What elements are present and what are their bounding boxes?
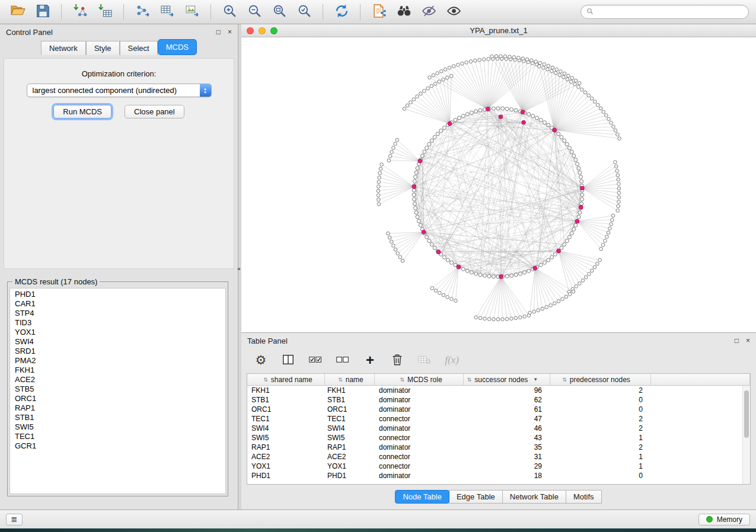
table-row[interactable]: SWI4SWI4dominator462 bbox=[247, 424, 742, 433]
window-zoom-light[interactable] bbox=[270, 27, 277, 34]
run-mcds-button[interactable]: Run MCDS bbox=[53, 105, 111, 118]
tab-style[interactable]: Style bbox=[86, 41, 120, 55]
mcds-result-item[interactable]: SRD1 bbox=[10, 347, 225, 356]
table-cell: ORC1 bbox=[325, 405, 375, 414]
table-row[interactable]: RAP1RAP1dominator352 bbox=[247, 443, 742, 452]
export-table-button[interactable] bbox=[157, 2, 178, 21]
mcds-result-item[interactable]: SWI5 bbox=[10, 422, 225, 432]
mcds-result-item[interactable]: STB1 bbox=[10, 413, 225, 422]
eye-icon bbox=[446, 4, 461, 20]
zoom-fit-button[interactable] bbox=[269, 2, 290, 21]
window-minimize-light[interactable] bbox=[259, 27, 266, 34]
table-row[interactable]: PHD1PHD1dominator180 bbox=[247, 471, 742, 480]
column-header-predecessor-nodes[interactable]: ⇅predecessor nodes bbox=[550, 374, 651, 385]
mcds-result-item[interactable]: GCR1 bbox=[10, 441, 225, 451]
optimization-criterion-select[interactable]: largest connected component (undirected)… bbox=[27, 84, 212, 97]
mcds-result-item[interactable]: CAR1 bbox=[10, 299, 225, 309]
column-header-shared-name[interactable]: ⇅shared name bbox=[247, 374, 325, 385]
optimization-criterion-label: Optimization criterion: bbox=[4, 69, 234, 78]
table-cell: 1 bbox=[550, 453, 651, 461]
mcds-result-item[interactable]: STP4 bbox=[10, 309, 225, 318]
table-row[interactable]: SWI5SWI5connector431 bbox=[247, 433, 742, 443]
table-scrollbar[interactable] bbox=[742, 386, 750, 484]
share-network-button[interactable] bbox=[132, 2, 153, 21]
table-cell: 2 bbox=[550, 443, 651, 451]
import-network-button[interactable] bbox=[69, 2, 91, 21]
sort-icon: ⇅ bbox=[400, 377, 404, 383]
delete-column-button[interactable] bbox=[390, 351, 405, 369]
add-column-button[interactable]: + bbox=[362, 351, 378, 369]
search-box[interactable] bbox=[580, 5, 749, 19]
table-row[interactable]: FKH1FKH1dominator962 bbox=[247, 386, 742, 395]
mcds-result-item[interactable]: ACE2 bbox=[10, 375, 225, 384]
zoom-in-button[interactable] bbox=[219, 2, 240, 21]
float-panel-icon[interactable]: □ bbox=[216, 28, 221, 36]
save-session-button[interactable] bbox=[32, 2, 53, 21]
show-graphics-details-button[interactable] bbox=[443, 2, 464, 21]
mcds-result-item[interactable]: TID3 bbox=[10, 318, 225, 328]
table-toolbar: ⚙ + f(x) bbox=[241, 348, 756, 372]
share-document-button[interactable] bbox=[368, 2, 390, 21]
table-row[interactable]: ACE2ACE2connector311 bbox=[247, 452, 742, 462]
import-table-icon bbox=[98, 4, 113, 20]
table-cell: RAP1 bbox=[325, 443, 375, 451]
close-panel-icon[interactable]: × bbox=[746, 337, 750, 344]
tab-network[interactable]: Network bbox=[41, 41, 86, 55]
menu-button[interactable]: ≣ bbox=[6, 514, 23, 525]
mcds-result-item[interactable]: PMA2 bbox=[10, 356, 225, 366]
close-panel-icon[interactable]: × bbox=[228, 28, 232, 36]
column-header-successor-nodes[interactable]: ⇅successor nodes▼ bbox=[464, 374, 550, 385]
deselect-all-button[interactable] bbox=[335, 351, 350, 369]
find-button[interactable] bbox=[393, 2, 414, 21]
refresh-icon bbox=[334, 4, 349, 20]
function-builder-button: f(x) bbox=[444, 351, 460, 369]
control-panel-title: Control Panel bbox=[6, 28, 53, 37]
window-close-light[interactable] bbox=[247, 27, 254, 34]
hide-graphics-details-button[interactable] bbox=[418, 2, 439, 21]
mcds-result-item[interactable]: TEC1 bbox=[10, 432, 225, 441]
node-table-body[interactable]: FKH1FKH1dominator962STB1STB1dominator620… bbox=[247, 386, 742, 484]
table-cell: dominator bbox=[375, 405, 464, 414]
tab-motifs[interactable]: Motifs bbox=[566, 490, 602, 504]
tab-node-table[interactable]: Node Table bbox=[395, 490, 449, 504]
table-row[interactable]: YOX1YOX1connector291 bbox=[247, 462, 742, 471]
mcds-result-item[interactable]: RAP1 bbox=[10, 403, 225, 413]
column-visibility-button[interactable] bbox=[280, 351, 296, 369]
select-all-button[interactable] bbox=[308, 351, 323, 369]
table-cell: TEC1 bbox=[325, 415, 375, 423]
tab-network-table[interactable]: Network Table bbox=[502, 490, 566, 504]
tab-edge-table[interactable]: Edge Table bbox=[449, 490, 503, 504]
memory-button[interactable]: Memory bbox=[698, 514, 750, 525]
mcds-result-item[interactable]: STB5 bbox=[10, 384, 225, 394]
tab-mcds[interactable]: MCDS bbox=[158, 39, 197, 55]
column-header-mcds-role[interactable]: ⇅MCDS role bbox=[375, 374, 464, 385]
tab-select[interactable]: Select bbox=[120, 41, 158, 55]
mcds-result-item[interactable]: YOX1 bbox=[10, 328, 225, 337]
scrollbar-thumb[interactable] bbox=[744, 390, 749, 438]
table-row[interactable]: ORC1ORC1dominator610 bbox=[247, 405, 742, 414]
mcds-result-list[interactable]: PHD1CAR1STP4TID3YOX1SWI4SRD1PMA2FKH1ACE2… bbox=[9, 288, 226, 494]
mcds-result-item[interactable]: ORC1 bbox=[10, 394, 225, 403]
table-row[interactable]: STB1STB1dominator620 bbox=[247, 395, 742, 405]
mcds-result-group: MCDS result (17 nodes) PHD1CAR1STP4TID3Y… bbox=[7, 277, 228, 496]
table-cell: 2 bbox=[550, 424, 651, 432]
open-file-button[interactable] bbox=[7, 2, 28, 21]
menu-icon: ≣ bbox=[11, 515, 18, 524]
import-table-button[interactable] bbox=[94, 2, 116, 21]
float-panel-icon[interactable]: □ bbox=[735, 337, 739, 344]
zoom-out-button[interactable] bbox=[244, 2, 265, 21]
mcds-result-item[interactable]: FKH1 bbox=[10, 366, 225, 375]
optimization-criterion-value: largest connected component (undirected) bbox=[33, 86, 177, 95]
table-row[interactable]: TEC1TEC1connector472 bbox=[247, 414, 742, 424]
export-image-button[interactable] bbox=[181, 2, 203, 21]
close-panel-button[interactable]: Close panel bbox=[125, 105, 184, 118]
table-cell: 61 bbox=[464, 405, 550, 414]
column-header-name[interactable]: ⇅name bbox=[325, 374, 375, 385]
zoom-selected-button[interactable] bbox=[294, 2, 315, 21]
network-canvas[interactable] bbox=[241, 37, 756, 332]
mcds-result-item[interactable]: SWI4 bbox=[10, 337, 225, 347]
table-settings-button[interactable]: ⚙ bbox=[253, 351, 269, 369]
mcds-result-item[interactable]: PHD1 bbox=[10, 290, 225, 299]
search-input[interactable] bbox=[596, 8, 743, 16]
refresh-button[interactable] bbox=[331, 2, 352, 21]
